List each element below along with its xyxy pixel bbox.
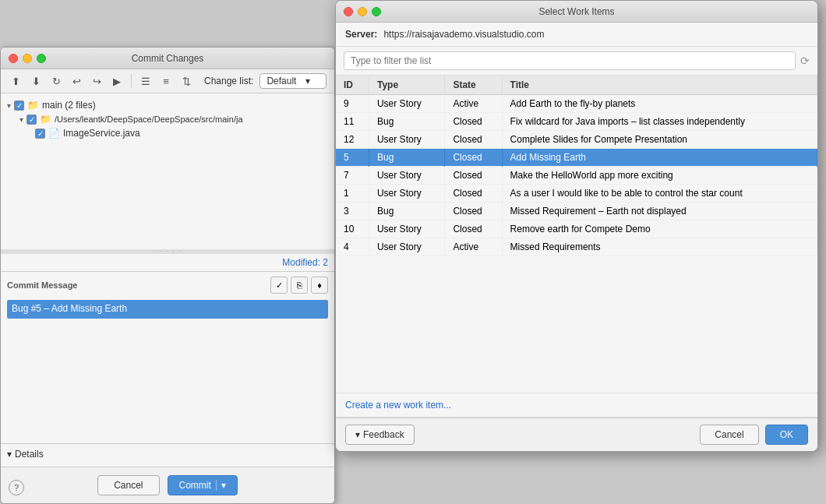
server-label: Server:: [345, 29, 377, 40]
cell-type: User Story: [369, 131, 444, 149]
details-label: Details: [15, 449, 44, 460]
ide-filetree: ▾ ✓ 📁 main (2 files) ▾ ✓ 📁 /Users/leantk…: [1, 93, 334, 249]
toolbar-btn-2[interactable]: ⬇: [27, 72, 44, 90]
changelist-dropdown[interactable]: Default ▾: [259, 73, 326, 89]
tree-checkbox-file[interactable]: ✓: [35, 129, 45, 139]
toolbar-btn-view1[interactable]: ☰: [137, 72, 154, 90]
cell-state: Closed: [445, 167, 502, 185]
toolbar-btn-redo[interactable]: ↪: [88, 72, 105, 90]
cell-type: Bug: [369, 149, 444, 167]
cell-title: Make the HelloWorld app more exciting: [502, 167, 817, 185]
cell-id: 1: [336, 185, 369, 203]
cell-title: Missed Requirement – Earth not displayed: [502, 203, 817, 220]
ide-cancel-button[interactable]: Cancel: [97, 475, 159, 495]
ide-window: Commit Changes ⬆ ⬇ ↻ ↩ ↪ ▶ ☰ ≡ ⇅ Change …: [0, 47, 335, 504]
changelist-label: Change list:: [204, 76, 253, 86]
toolbar-btn-view3[interactable]: ⇅: [178, 72, 195, 90]
modal-minimize-button[interactable]: [358, 7, 367, 16]
table-row[interactable]: 7User StoryClosedMake the HelloWorld app…: [336, 167, 817, 185]
toolbar-btn-undo[interactable]: ↩: [68, 72, 85, 90]
toolbar-btn-1[interactable]: ⬆: [7, 72, 24, 90]
commit-tool-settings[interactable]: ♦: [311, 277, 328, 294]
ide-close-button[interactable]: [9, 54, 18, 63]
filter-input[interactable]: [344, 51, 796, 70]
changelist-arrow: ▾: [305, 76, 310, 86]
cell-state: Active: [445, 238, 502, 256]
cell-id: 9: [336, 95, 369, 113]
commit-message-text[interactable]: Bug #5 – Add Missing Earth: [7, 300, 328, 319]
cell-title: Add Missing Earth: [502, 149, 817, 167]
modal-cancel-button[interactable]: Cancel: [700, 425, 758, 445]
help-button[interactable]: ?: [9, 480, 24, 495]
create-work-item-link[interactable]: Create a new work item...: [336, 393, 817, 418]
col-title: Title: [502, 76, 817, 95]
toolbar-btn-run[interactable]: ▶: [108, 72, 125, 90]
modal-ok-button[interactable]: OK: [765, 425, 808, 445]
help-icon: ?: [14, 483, 19, 492]
ide-minimize-button[interactable]: [23, 54, 32, 63]
modal-dialog: Select Work Items Server: https://raisaj…: [335, 0, 818, 452]
table-row[interactable]: 12User StoryClosedComplete Slides for Co…: [336, 131, 817, 149]
modal-body: Server: https://raisajavademo.visualstud…: [336, 23, 817, 418]
tree-label-file: ImageService.java: [63, 128, 140, 139]
modal-action-buttons: Cancel OK: [700, 425, 808, 445]
cell-type: Bug: [369, 113, 444, 131]
details-header[interactable]: ▾ Details: [7, 449, 328, 460]
toolbar-separator: [131, 74, 132, 88]
table-row[interactable]: 10User StoryClosedRemove earth for Compe…: [336, 220, 817, 238]
modal-maximize-button[interactable]: [372, 7, 381, 16]
resize-dots: · · · · ·: [153, 248, 182, 255]
ide-toolbar: ⬆ ⬇ ↻ ↩ ↪ ▶ ☰ ≡ ⇅ Change list: Default ▾: [1, 69, 334, 93]
modal-footer: ▾ Feedback Cancel OK: [336, 418, 817, 451]
table-row[interactable]: 5BugClosedAdd Missing Earth: [336, 149, 817, 167]
feedback-button[interactable]: ▾ Feedback: [345, 425, 415, 445]
cell-state: Active: [445, 95, 502, 113]
cell-state: Closed: [445, 220, 502, 238]
changelist-value: Default: [267, 76, 296, 86]
cell-id: 12: [336, 131, 369, 149]
ide-commit-button[interactable]: Commit ▾: [168, 475, 238, 495]
commit-tool-check[interactable]: ✓: [270, 277, 288, 294]
modal-titlebar: Select Work Items: [336, 1, 817, 23]
details-section: ▾ Details: [1, 443, 334, 464]
table-row[interactable]: 3BugClosedMissed Requirement – Earth not…: [336, 203, 817, 220]
filter-refresh-icon[interactable]: ⟳: [800, 55, 810, 67]
ide-traffic-lights: [9, 54, 46, 63]
details-arrow: ▾: [7, 449, 12, 460]
tree-checkbox-folder[interactable]: ✓: [26, 115, 37, 125]
modal-close-button[interactable]: [344, 7, 353, 16]
commit-tool-copy[interactable]: ⎘: [291, 277, 308, 294]
cell-type: User Story: [369, 95, 444, 113]
toolbar-btn-view2[interactable]: ≡: [157, 72, 175, 90]
tree-item-folder[interactable]: ▾ ✓ 📁 /Users/leantk/DeepSpace/DeepSpace/…: [7, 112, 328, 126]
cell-state: Closed: [445, 131, 502, 149]
cell-title: Fix wildcard for Java imports – list cla…: [502, 113, 817, 131]
tree-arrow-main: ▾: [7, 101, 11, 110]
cell-id: 3: [336, 203, 369, 220]
table-row[interactable]: 1User StoryClosedAs a user I would like …: [336, 185, 817, 203]
table-row[interactable]: 11BugClosedFix wildcard for Java imports…: [336, 113, 817, 131]
tree-label-folder: /Users/leantk/DeepSpace/DeepSpace/src/ma…: [55, 115, 243, 124]
cell-state: Closed: [445, 149, 502, 167]
toolbar-btn-refresh[interactable]: ↻: [48, 72, 65, 90]
table-row[interactable]: 4User StoryActiveMissed Requirements: [336, 238, 817, 256]
commit-btn-arrow: ▾: [216, 480, 226, 491]
modified-bar: Modified: 2: [1, 253, 334, 271]
ide-maximize-button[interactable]: [37, 54, 46, 63]
table-row[interactable]: 9User StoryActiveAdd Earth to the fly-by…: [336, 95, 817, 113]
cell-type: User Story: [369, 185, 444, 203]
feedback-label: Feedback: [363, 429, 404, 440]
tree-item-main[interactable]: ▾ ✓ 📁 main (2 files): [7, 98, 328, 112]
table-body: 9User StoryActiveAdd Earth to the fly-by…: [336, 95, 817, 256]
ide-bottom-bar: ? Cancel Commit ▾: [1, 467, 334, 503]
work-items-table-container[interactable]: ID Type State Title 9User StoryActiveAdd…: [336, 76, 817, 393]
cell-title: Complete Slides for Compete Presentation: [502, 131, 817, 149]
cell-id: 11: [336, 113, 369, 131]
cell-type: Bug: [369, 203, 444, 220]
tree-checkbox-main[interactable]: ✓: [14, 100, 24, 111]
cell-id: 4: [336, 238, 369, 256]
folder-icon-path: 📁: [40, 114, 51, 125]
cell-title: Add Earth to the fly-by planets: [502, 95, 817, 113]
tree-item-file[interactable]: ✓ 📄 ImageService.java: [7, 126, 328, 140]
folder-icon-main: 📁: [27, 100, 39, 111]
